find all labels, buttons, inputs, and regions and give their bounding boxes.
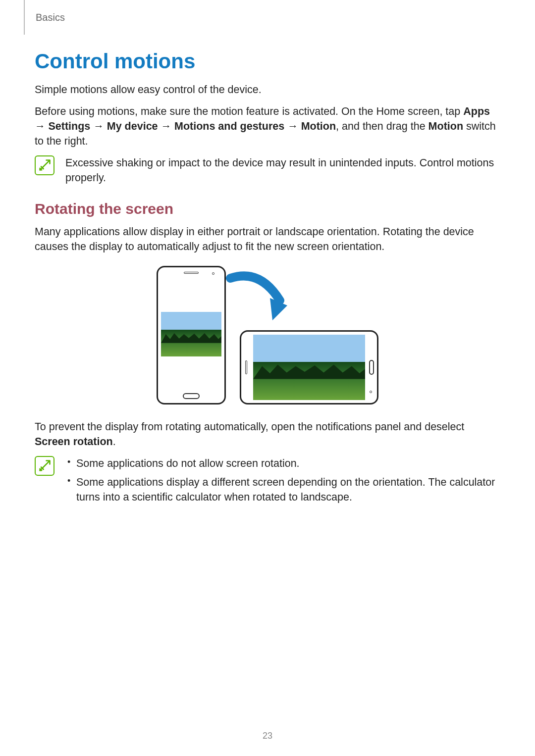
heading-rotating-screen: Rotating the screen xyxy=(35,201,500,217)
note-text: Excessive shaking or impact to the devic… xyxy=(65,155,500,185)
heading-control-motions: Control motions xyxy=(35,50,500,73)
prevent-rotation-text: To prevent the display from rotating aut… xyxy=(35,419,500,449)
page-header: Basics xyxy=(24,0,65,35)
section-name: Basics xyxy=(36,12,65,23)
note-excessive-shaking: Excessive shaking or impact to the devic… xyxy=(35,155,500,185)
activation-instructions: Before using motions, make sure the moti… xyxy=(35,104,500,149)
phone-landscape-illustration xyxy=(240,330,378,404)
intro-text: Simple motions allow easy control of the… xyxy=(35,82,500,97)
note-bullet-1: Some applications do not allow screen ro… xyxy=(65,456,500,471)
note-bullet-2: Some applications display a different sc… xyxy=(65,475,500,504)
page: Basics Control motions Simple motions al… xyxy=(0,0,535,756)
content: Control motions Simple motions allow eas… xyxy=(35,0,500,508)
note-list: Some applications do not allow screen ro… xyxy=(65,456,500,508)
rotating-description: Many applications allow display in eithe… xyxy=(35,224,500,254)
note-rotation-exceptions: Some applications do not allow screen ro… xyxy=(35,456,500,508)
note-icon xyxy=(35,155,54,175)
page-number: 23 xyxy=(0,731,535,741)
rotation-figure xyxy=(35,266,500,404)
note-icon xyxy=(35,456,54,476)
phone-portrait-illustration xyxy=(157,266,226,404)
rotate-arrow-icon xyxy=(223,271,287,325)
